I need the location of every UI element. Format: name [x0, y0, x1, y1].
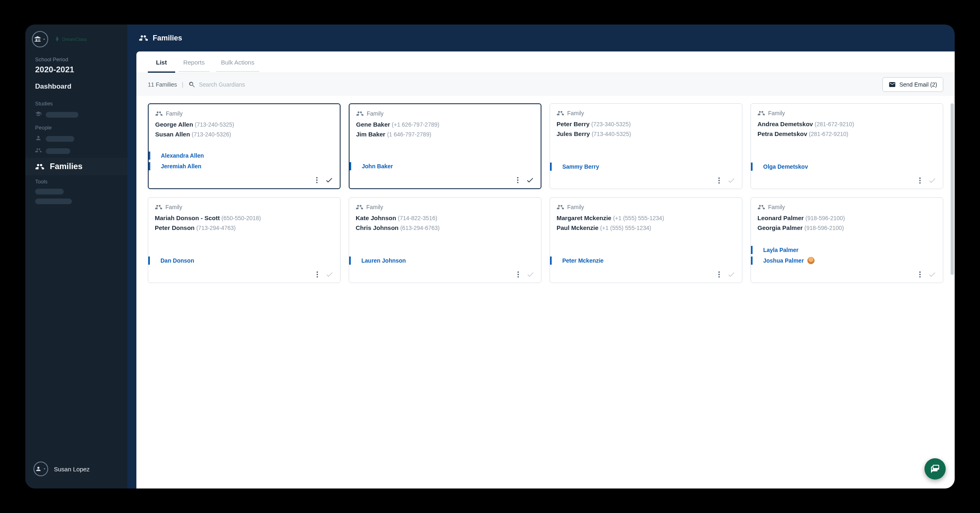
nav-tools-item-2[interactable] — [25, 197, 127, 207]
child-link[interactable]: Dan Donson — [160, 257, 194, 264]
guardian-name[interactable]: Peter Donson — [155, 224, 196, 231]
chat-fab[interactable] — [924, 458, 946, 480]
card-type-label: Family — [367, 110, 383, 117]
org-switcher-button[interactable] — [32, 31, 48, 47]
guardian-name[interactable]: George Allen — [155, 121, 195, 128]
tab-reports[interactable]: Reports — [175, 51, 213, 73]
card-header: Family — [155, 203, 334, 211]
families-grid: FamilyGeorge Allen (713-240-5325)Susan A… — [148, 103, 943, 283]
child-link[interactable]: Jeremiah Allen — [161, 163, 201, 170]
guardian-name[interactable]: Chris Johnson — [356, 224, 400, 231]
svg-point-7 — [718, 180, 719, 181]
nav-people-item-2[interactable] — [25, 145, 127, 158]
nav-tools-item-1[interactable] — [25, 187, 127, 197]
family-card[interactable]: FamilyGene Baker (+1 626-797-2789)Jim Ba… — [349, 103, 541, 189]
card-header: Family — [557, 203, 735, 211]
school-period-value[interactable]: 2020-2021 — [35, 65, 118, 74]
guardian-name[interactable]: Georgia Palmer — [757, 224, 804, 231]
more-menu-button[interactable] — [514, 176, 522, 184]
tabs: List Reports Bulk Actions — [136, 51, 955, 73]
select-toggle[interactable] — [928, 176, 936, 185]
group-add-icon — [35, 147, 42, 155]
child-link[interactable]: Alexandra Allen — [161, 152, 204, 159]
child-entry: Alexandra Allen — [149, 152, 333, 160]
more-menu-button[interactable] — [916, 270, 924, 279]
select-toggle[interactable] — [526, 270, 535, 279]
svg-point-4 — [517, 179, 518, 181]
cards-scroll-area[interactable]: FamilyGeorge Allen (713-240-5325)Susan A… — [136, 96, 955, 488]
child-link[interactable]: Lauren Johnson — [361, 257, 406, 264]
guardian-name[interactable]: Margaret Mckenzie — [557, 214, 613, 221]
guardian-name[interactable]: Jules Berry — [557, 130, 592, 137]
guardian-name[interactable]: Paul Mckenzie — [557, 224, 600, 231]
more-menu-button[interactable] — [313, 176, 321, 184]
child-link[interactable]: Sammy Berry — [562, 163, 599, 170]
children-list: Alexandra AllenJeremiah Allen — [155, 147, 333, 173]
select-toggle[interactable] — [928, 270, 936, 279]
guardian-name[interactable]: Susan Allen — [155, 131, 192, 138]
tab-bulk-actions[interactable]: Bulk Actions — [213, 51, 263, 73]
more-menu-button[interactable] — [715, 176, 723, 185]
nav-studies-item[interactable] — [25, 109, 127, 121]
app-window: DreamClass School Period 2020-2021 Dashb… — [25, 25, 955, 488]
child-link[interactable]: Layla Palmer — [763, 247, 798, 253]
guardian-name[interactable]: Leonard Palmer — [757, 214, 806, 221]
graduation-cap-icon — [35, 111, 42, 119]
child-entry: Layla Palmer — [751, 246, 936, 254]
guardian-name[interactable]: Andrea Demetskov — [757, 120, 815, 127]
more-menu-button[interactable] — [916, 176, 924, 185]
family-card[interactable]: FamilyMargaret Mckenzie (+1 (555) 555-12… — [550, 197, 742, 283]
more-vert-icon — [313, 176, 321, 184]
family-card[interactable]: FamilyLeonard Palmer (918-596-2100)Georg… — [751, 197, 943, 283]
guardian-entry: Georgia Palmer (918-596-2100) — [757, 224, 936, 232]
family-icon — [557, 109, 564, 117]
child-link[interactable]: Peter Mckenzie — [562, 257, 604, 264]
scrollbar-thumb[interactable] — [951, 103, 954, 275]
nav-dashboard[interactable]: Dashboard — [35, 83, 118, 91]
user-menu-button[interactable] — [33, 462, 48, 476]
more-menu-button[interactable] — [514, 270, 522, 279]
child-entry: Peter Mckenzie — [550, 256, 735, 265]
child-entry: Sammy Berry — [550, 163, 735, 171]
more-menu-button[interactable] — [715, 270, 723, 279]
guardian-phone: (918-596-2100) — [804, 225, 844, 231]
select-toggle[interactable] — [526, 176, 534, 184]
select-toggle[interactable] — [325, 176, 333, 184]
guardian-name[interactable]: Mariah Donson - Scott — [155, 214, 221, 221]
select-toggle[interactable] — [325, 270, 334, 279]
card-type-label: Family — [567, 204, 584, 210]
family-card[interactable]: FamilyKate Johnson (714-822-3516)Chris J… — [349, 197, 541, 283]
svg-point-20 — [718, 276, 719, 277]
nav-people-item-1[interactable] — [25, 133, 127, 145]
family-card[interactable]: FamilyAndrea Demetskov (281-672-9210)Pet… — [751, 103, 943, 189]
card-header: Family — [155, 110, 333, 117]
search-input[interactable] — [199, 81, 272, 88]
select-toggle[interactable] — [727, 270, 735, 279]
family-icon — [356, 203, 363, 211]
nav-families-active[interactable]: Families — [25, 158, 127, 175]
child-link[interactable]: Olga Demetskov — [763, 163, 808, 170]
card-header: Family — [356, 110, 534, 117]
svg-point-15 — [517, 272, 519, 273]
more-menu-button[interactable] — [313, 270, 321, 279]
family-card[interactable]: FamilyPeter Berry (723-340-5325)Jules Be… — [550, 103, 742, 189]
guardian-name[interactable]: Jim Baker — [356, 131, 387, 138]
child-link[interactable]: Joshua Palmer — [763, 257, 815, 264]
child-entry: Dan Donson — [148, 256, 334, 265]
send-email-button[interactable]: Send Email (2) — [882, 77, 943, 92]
svg-point-16 — [517, 274, 519, 275]
select-toggle[interactable] — [727, 176, 735, 185]
guardian-name[interactable]: Peter Berry — [557, 120, 591, 127]
child-link[interactable]: John Baker — [362, 163, 393, 170]
guardian-phone: (+1 (555) 555-1234) — [600, 225, 651, 231]
check-icon — [526, 270, 535, 279]
guardian-entry: Jules Berry (713-440-5325) — [557, 130, 735, 138]
family-card[interactable]: FamilyMariah Donson - Scott (650-550-201… — [148, 197, 341, 283]
section-people-label: People — [25, 121, 127, 133]
tab-list[interactable]: List — [148, 51, 175, 73]
family-card[interactable]: FamilyGeorge Allen (713-240-5325)Susan A… — [148, 103, 341, 189]
guardian-name[interactable]: Kate Johnson — [356, 214, 398, 221]
check-icon — [727, 176, 735, 185]
guardian-name[interactable]: Gene Baker — [356, 121, 392, 128]
guardian-name[interactable]: Petra Demetskov — [757, 130, 809, 137]
